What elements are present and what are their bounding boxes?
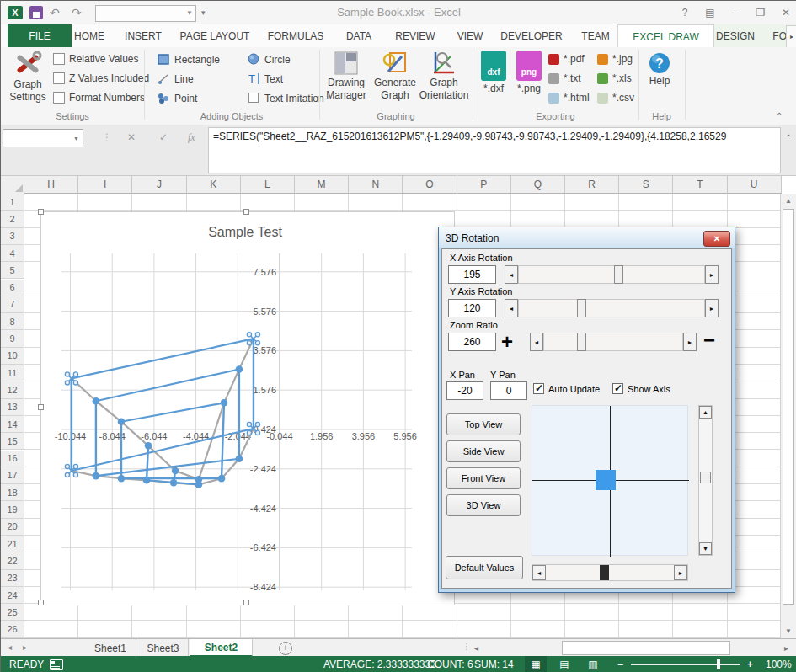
rotation-preview-pane[interactable] [532, 405, 688, 556]
scroll-down-icon[interactable]: ▼ [781, 627, 796, 635]
front-view-button[interactable]: Front View [446, 467, 521, 489]
collapse-ribbon-icon[interactable]: ⌃ [776, 111, 783, 120]
row-header-6[interactable]: 6 [1, 280, 24, 296]
column-header-S[interactable]: S [619, 176, 673, 194]
hscroll-left-icon[interactable]: ◂ [474, 643, 478, 653]
side-view-button[interactable]: Side View [446, 440, 521, 462]
ribbon-display-icon[interactable]: ▤ [700, 5, 720, 20]
status-average[interactable]: AVERAGE: 2.333333333 [323, 659, 436, 670]
x-axis-rotation-scroll-track[interactable] [518, 265, 705, 284]
zoom-ratio-scroll-track[interactable] [543, 333, 683, 351]
preview-horizontal-scrollbar[interactable]: ◄ ► [532, 564, 688, 581]
y-axis-rotation-scroll-right-icon[interactable]: ► [705, 299, 719, 317]
graph-orientation-button[interactable]: Graph Orientation [420, 50, 467, 102]
zoom-ratio-scroll-left-icon[interactable]: ◄ [530, 333, 543, 351]
column-header-M[interactable]: M [295, 176, 349, 194]
sheet-tab-sheet3[interactable]: Sheet3 [138, 639, 189, 657]
preview-scroll-right-icon[interactable]: ► [674, 565, 687, 580]
zoom-ratio-scroll-right-icon[interactable]: ► [683, 333, 697, 351]
ribbon-item-point[interactable]: Point [158, 92, 197, 104]
graph-settings-button[interactable]: Graph Settings [6, 50, 50, 104]
row-header-5[interactable]: 5 [1, 262, 24, 279]
status-count[interactable]: COUNT: 6 [427, 659, 473, 670]
y-pan-input[interactable] [490, 381, 527, 400]
row-header-14[interactable]: 14 [1, 416, 24, 433]
row-header-25[interactable]: 25 [1, 604, 24, 621]
row-header-2[interactable]: 2 [1, 211, 24, 227]
3d-view-button[interactable]: 3D View [446, 494, 521, 516]
ribbon-item-circle[interactable]: Circle [248, 53, 291, 66]
tab-excel-draw[interactable]: EXCEL DRAW [617, 24, 714, 48]
ribbon-check-z-values-included[interactable]: Z Values Included [53, 72, 149, 84]
column-header-Q[interactable]: Q [511, 176, 565, 194]
row-header-24[interactable]: 24 [1, 587, 24, 604]
hscroll-right-icon[interactable]: ▸ [784, 643, 788, 653]
enter-formula-icon[interactable]: ✓ [159, 131, 168, 143]
zoom-out-minus[interactable]: − [703, 331, 715, 349]
row-header-1[interactable]: 1 [1, 194, 24, 211]
row-header-23[interactable]: 23 [1, 570, 24, 587]
y-axis-rotation-scroll-thumb[interactable] [577, 299, 586, 317]
preview-scroll-up-icon[interactable]: ▲ [699, 406, 712, 419]
auto-update-option[interactable]: Auto Update [533, 383, 600, 394]
page-break-view-icon[interactable]: ▥ [582, 656, 604, 672]
column-header-P[interactable]: P [457, 176, 511, 194]
name-box[interactable] [3, 129, 83, 147]
sheet-nav-right-icon[interactable]: ▸ [23, 643, 27, 652]
zoom-slider-track[interactable] [631, 664, 740, 665]
y-axis-rotation-scroll-track[interactable] [518, 299, 705, 317]
help-button[interactable]: ? Help [643, 51, 676, 88]
formula-input[interactable]: =SERIES("Sheet2__RAZ_615201613612PM5",{-… [208, 127, 781, 173]
column-header-O[interactable]: O [403, 176, 457, 194]
export-jpg-button[interactable]: *.jpg [597, 53, 633, 65]
ribbon-check-relative-values[interactable]: Relative Values [53, 53, 139, 65]
export-csv-button[interactable]: *.csv [597, 92, 634, 104]
x-pan-input[interactable] [446, 381, 483, 400]
ribbon-item-rectangle[interactable]: Rectangle [158, 53, 220, 66]
ribbon-item-line[interactable]: Line [158, 72, 194, 85]
export-dxf-button[interactable]: dxf*.dxf [478, 51, 510, 95]
zoom-out-icon[interactable]: − [617, 659, 623, 670]
tab-design[interactable]: DESIGN [702, 24, 769, 47]
column-header-I[interactable]: I [78, 176, 132, 194]
preview-object-square[interactable] [596, 470, 616, 490]
chart-object[interactable]: 7.5765.5763.5761.576-0.424-2.424-4.424-6… [40, 211, 455, 605]
row-header-20[interactable]: 20 [1, 519, 24, 536]
chart-handle-bottom-center[interactable] [243, 600, 249, 605]
default-values-button[interactable]: Default Values [446, 556, 523, 579]
column-header-R[interactable]: R [565, 176, 619, 194]
row-header-22[interactable]: 22 [1, 552, 24, 569]
auto-update-checkbox[interactable] [533, 383, 544, 394]
export-txt-button[interactable]: *.txt [548, 72, 581, 84]
qat-combobox[interactable]: ▼ [95, 5, 196, 22]
export-html-button[interactable]: *.html [548, 92, 590, 104]
row-header-16[interactable]: 16 [1, 451, 24, 467]
macro-record-icon[interactable] [50, 659, 63, 670]
row-header-15[interactable]: 15 [1, 433, 24, 450]
tab-overflow-button[interactable]: ▸ [786, 25, 796, 48]
row-header-12[interactable]: 12 [1, 381, 24, 398]
checkbox-icon[interactable] [53, 72, 65, 84]
ribbon-item-text-imitation[interactable]: Text Imitation [248, 92, 324, 104]
row-header-11[interactable]: 11 [1, 365, 24, 381]
chart-handle-bottom-left[interactable] [38, 600, 44, 605]
column-header-U[interactable]: U [728, 176, 782, 194]
select-all-corner[interactable] [1, 176, 25, 195]
column-header-J[interactable]: J [132, 176, 186, 194]
close-icon[interactable]: ✕ [776, 5, 796, 20]
status-sum[interactable]: SUM: 14 [474, 659, 514, 670]
qat-customize-icon[interactable]: ▾ [201, 8, 206, 17]
checkbox-icon[interactable] [53, 53, 65, 65]
row-header-17[interactable]: 17 [1, 467, 24, 484]
sheet-tab-sheet2[interactable]: Sheet2 [190, 639, 253, 657]
add-sheet-icon[interactable]: + [279, 642, 292, 655]
row-header-7[interactable]: 7 [1, 296, 24, 313]
y-axis-rotation-scroll-left-icon[interactable]: ◄ [505, 299, 518, 317]
export-xls-button[interactable]: *.xls [597, 72, 632, 84]
row-header-26[interactable]: 26 [1, 621, 24, 638]
row-header-9[interactable]: 9 [1, 330, 24, 347]
maximize-icon[interactable]: ❐ [751, 5, 771, 20]
sheet-tab-sheet1[interactable]: Sheet1 [85, 639, 136, 657]
checkbox-icon[interactable] [53, 92, 65, 104]
preview-vertical-scrollbar[interactable]: ▲ ▼ [698, 405, 713, 556]
